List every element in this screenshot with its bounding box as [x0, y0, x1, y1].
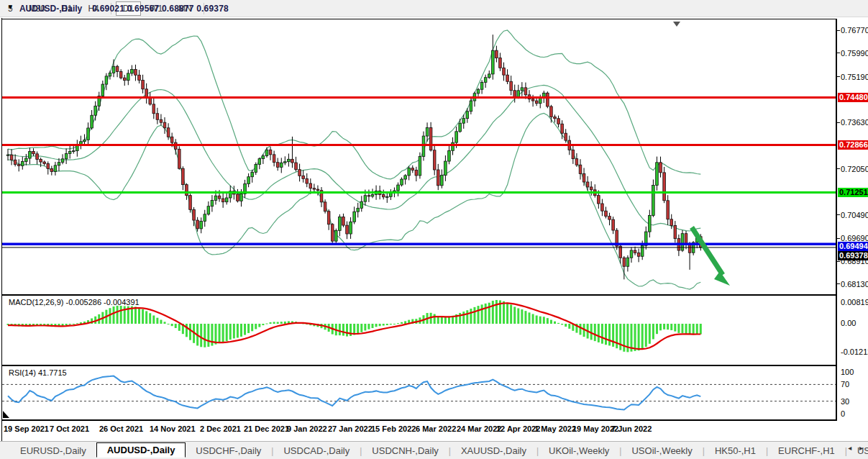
macd-histogram-bar — [284, 322, 286, 324]
candle-bearish — [590, 187, 593, 190]
tab-scroll-arrows[interactable]: ◂ ▸ — [848, 444, 866, 452]
candle-bearish — [40, 159, 42, 162]
macd-histogram-bar — [393, 324, 396, 324]
candle-bullish — [61, 159, 64, 163]
macd-histogram-bar — [594, 324, 596, 341]
symbol-dropdown-icon[interactable]: ▼ — [7, 4, 14, 14]
macd-histogram-bar — [240, 324, 242, 337]
candle-bearish — [221, 199, 224, 202]
chart-shift-marker-icon[interactable] — [673, 22, 680, 27]
macd-histogram-bar — [117, 306, 119, 324]
candle-bullish — [408, 168, 411, 176]
chart-tab-eurchf-h1[interactable]: EURCHF-,H1 — [768, 444, 845, 458]
candle-bearish — [667, 201, 670, 219]
price-axis[interactable]: 0.767700.759900.751900.736300.720500.704… — [837, 19, 868, 419]
candle-bearish — [32, 151, 35, 153]
candle-bearish — [302, 176, 305, 178]
candle-bearish — [331, 224, 334, 241]
macd-axis-label: 0.00 — [841, 319, 856, 327]
macd-histogram-bar — [383, 324, 385, 326]
time-axis-label: 7 Jun 2022 — [611, 424, 652, 433]
candle-bearish — [535, 101, 538, 104]
price-level-badge[interactable]: 0.69378 — [838, 251, 868, 260]
scroll-anchor-icon[interactable] — [3, 411, 9, 418]
bollinger-band-line — [8, 30, 700, 179]
candle-bearish — [149, 98, 152, 104]
candle-bearish — [119, 71, 122, 78]
price-axis-tick-label: 0.70490 — [841, 211, 868, 219]
chart-tab-audusd-daily[interactable]: AUDUSD-,Daily — [96, 442, 186, 458]
axis-tick-mark — [837, 76, 840, 77]
chart-tab-ukoil-weekly[interactable]: UKOil-,Weekly — [539, 444, 619, 458]
main-chart-canvas[interactable] — [2, 19, 837, 294]
chart-tab-hk50-h1[interactable]: HK50-,H1 — [705, 444, 766, 458]
macd-histogram-bar — [634, 324, 636, 351]
price-level-badge[interactable]: 0.69494 — [838, 242, 868, 251]
candle-bullish — [258, 159, 261, 165]
candle-bullish — [419, 156, 421, 176]
macd-histogram-bar — [372, 324, 374, 328]
candle-bearish — [189, 196, 192, 210]
time-axis-label: 26 Oct 2021 — [99, 424, 143, 433]
macd-histogram-bar — [605, 324, 607, 345]
macd-histogram-bar — [696, 324, 698, 334]
macd-histogram-bar — [120, 306, 122, 324]
chart-tab-xauusd-daily[interactable]: XAUUSD-,Daily — [451, 444, 536, 458]
candle-bearish — [324, 202, 326, 212]
candle-bearish — [623, 258, 626, 266]
candle-bearish — [142, 81, 145, 89]
macd-histogram-bar — [138, 308, 140, 324]
macd-histogram-bar — [441, 317, 443, 324]
axis-tick-mark — [837, 168, 840, 169]
candle-bullish — [353, 212, 356, 222]
candle-bullish — [68, 151, 71, 153]
macd-histogram-bar — [524, 311, 526, 324]
candle-bullish — [652, 186, 655, 216]
chart-tab-usdchf-daily[interactable]: USDCHF-,Daily — [186, 444, 271, 458]
candle-bullish — [255, 164, 257, 172]
candle-bullish — [91, 115, 93, 128]
rsi-canvas[interactable] — [2, 366, 837, 419]
candle-bearish — [327, 212, 330, 224]
candle-bearish — [612, 219, 615, 230]
candle-bearish — [313, 188, 316, 189]
macd-histogram-bar — [616, 324, 618, 348]
time-axis[interactable]: 19 Sep 20217 Oct 202126 Oct 202114 Nov 2… — [2, 421, 837, 441]
price-chart-panel[interactable] — [2, 19, 837, 294]
candle-bullish — [455, 132, 458, 142]
chart-tab-eurusd-daily[interactable]: EURUSD-,Daily — [10, 444, 96, 458]
chart-tab-usdcad-daily[interactable]: USDCAD-,Daily — [273, 444, 360, 458]
candle-bullish — [335, 230, 338, 241]
candle-bullish — [225, 198, 228, 202]
chart-tab-usoil-weekly[interactable]: USOil-,Weekly — [621, 444, 702, 458]
candle-bearish — [43, 162, 46, 163]
chart-tab-usdcnh-daily[interactable]: USDCNH-,Daily — [362, 444, 448, 458]
macd-histogram-bar — [134, 306, 137, 324]
price-axis-tick-label: 0.68130 — [841, 280, 868, 288]
chart-ohlc-values: 0.69021 0.69567 0.68877 0.69378 — [92, 4, 229, 14]
price-level-badge[interactable]: 0.72866 — [838, 140, 868, 150]
price-level-badge[interactable]: 0.71251 — [838, 188, 868, 197]
time-axis-label: 1 May 2022 — [534, 424, 576, 433]
candle-bearish — [583, 174, 585, 182]
candle-bullish — [288, 159, 291, 161]
macd-histogram-bar — [156, 318, 158, 324]
candle-bearish — [186, 185, 188, 196]
macd-histogram-bar — [685, 324, 687, 334]
rsi-axis-label: 0 — [841, 409, 845, 418]
macd-histogram-bar — [444, 317, 447, 324]
candle-bearish — [134, 69, 137, 75]
macd-histogram-bar — [529, 312, 531, 324]
macd-histogram-bar — [357, 324, 359, 334]
trend-arrow-annotation[interactable] — [692, 227, 723, 275]
macd-histogram-bar — [386, 324, 388, 325]
macd-histogram-bar — [674, 324, 676, 332]
macd-histogram-bar — [568, 324, 570, 329]
candle-bearish — [586, 182, 589, 187]
candle-bearish — [503, 68, 506, 75]
rsi-panel[interactable]: RSI(14) 41.7715 — [2, 366, 837, 419]
price-level-badge[interactable]: 0.74480 — [838, 93, 868, 102]
macd-panel[interactable]: MACD(12,26,9) -0.005286 -0.004391 — [2, 296, 837, 365]
macd-histogram-bar — [189, 324, 191, 340]
macd-label: MACD(12,26,9) -0.005286 -0.004391 — [9, 298, 140, 306]
